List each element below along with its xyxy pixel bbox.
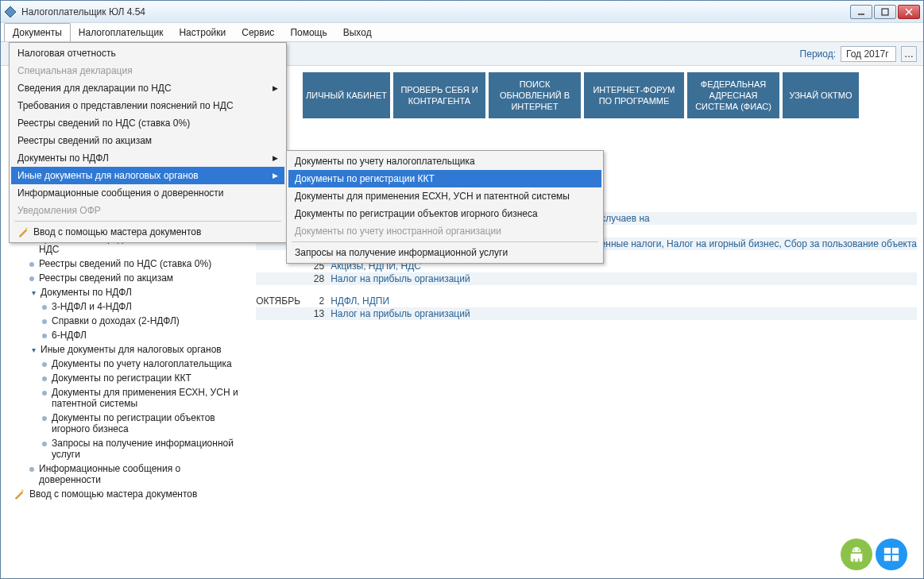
- dropdown-item-8[interactable]: Информационные сообщения о доверенности: [11, 184, 284, 202]
- calendar-row-6[interactable]: 13Налог на прибыль организаций: [256, 307, 917, 320]
- tree-item-14[interactable]: Информационные сообщения о доверенности: [7, 461, 240, 487]
- tree-label: 6-НДФЛ: [52, 330, 87, 341]
- dropdown-separator: [14, 221, 281, 222]
- submenu-arrow-icon: ▶: [273, 172, 278, 179]
- tree-label: Реестры сведений по НДС (ставка 0%): [39, 258, 211, 269]
- svg-point-8: [858, 550, 860, 551]
- svg-point-7: [853, 550, 855, 551]
- menu-taxpayer[interactable]: Налогоплательщик: [71, 23, 172, 41]
- menu-service[interactable]: Сервис: [234, 23, 282, 41]
- submenu-item-1[interactable]: Документы по регистрации ККТ: [288, 170, 601, 187]
- menu-exit[interactable]: Выход: [335, 23, 380, 41]
- bullet-icon: [29, 467, 34, 472]
- bullet-icon: [42, 362, 47, 367]
- dropdown-item-5[interactable]: Реестры сведений по акцизам: [11, 132, 284, 149]
- calendar-day: 2: [308, 295, 331, 307]
- tree-item-6[interactable]: Справки о доходах (2-НДФЛ): [7, 314, 240, 328]
- bullet-icon: [42, 442, 47, 446]
- tree-item-7[interactable]: 6-НДФЛ: [7, 328, 240, 342]
- dropdown-item-1: Специальная декларация: [11, 62, 284, 79]
- svg-marker-0: [5, 6, 16, 17]
- period-label: Период:: [800, 48, 836, 60]
- dropdown-item-6[interactable]: Документы по НДФЛ▶: [11, 149, 284, 167]
- tree-label: Иные документы для налоговых органов: [41, 344, 222, 355]
- footer-icons: [841, 538, 907, 570]
- svg-point-5: [21, 489, 24, 492]
- tree-item-10[interactable]: Документы по регистрации ККТ: [7, 371, 240, 385]
- menu-help[interactable]: Помощь: [282, 23, 334, 41]
- dropdown-item-9: Уведомления ОФР: [11, 202, 284, 219]
- calendar-day: 13: [308, 308, 331, 319]
- svg-rect-9: [884, 548, 891, 554]
- window-controls: [850, 5, 920, 19]
- calendar-text: Налог на прибыль организаций: [331, 308, 917, 319]
- wand-icon: [17, 226, 29, 237]
- tree-label: 3-НДФЛ и 4-НДФЛ: [52, 301, 132, 312]
- dropdown-item-4[interactable]: Реестры сведений по НДС (ставка 0%): [11, 114, 284, 132]
- tree-label: Справки о доходах (2-НДФЛ): [52, 315, 180, 326]
- bullet-icon: [29, 262, 34, 267]
- tree-item-9[interactable]: Документы по учету налогоплательщика: [7, 357, 240, 371]
- submenu-arrow-icon: ▶: [273, 84, 278, 92]
- app-window: Налогоплательщик ЮЛ 4.54 Документы Налог…: [0, 0, 924, 579]
- calendar-month: ОКТЯБРЬ: [256, 295, 308, 307]
- tree-label: Реестры сведений по акцизам: [39, 272, 173, 284]
- tree-item-8[interactable]: ▾Иные документы для налоговых органов: [7, 342, 240, 357]
- minimize-button[interactable]: [850, 5, 872, 19]
- submenu-item-3[interactable]: Документы по регистрации объектов игорно…: [288, 205, 601, 222]
- submenu-item-2[interactable]: Документы для применения ЕСХН, УСН и пат…: [288, 187, 601, 205]
- bullet-icon: [29, 276, 34, 281]
- calendar-row-4[interactable]: 28Налог на прибыль организаций: [256, 272, 917, 285]
- tree-item-4[interactable]: ▾Документы по НДФЛ: [7, 285, 240, 299]
- dropdown-item-3[interactable]: Требования о представлении пояснений по …: [11, 97, 284, 114]
- submenu-arrow-icon: ▶: [273, 154, 278, 162]
- documents-dropdown: Налоговая отчетностьСпециальная декларац…: [9, 42, 287, 243]
- expander-icon[interactable]: ▾: [29, 345, 37, 354]
- svg-point-6: [25, 227, 28, 230]
- tree-item-3[interactable]: Реестры сведений по акцизам: [7, 271, 240, 285]
- bullet-icon: [42, 319, 47, 324]
- maximize-button[interactable]: [874, 5, 896, 19]
- tree-label: Информационные сообщения о доверенности: [39, 463, 240, 485]
- close-button[interactable]: [898, 5, 920, 19]
- bullet-icon: [42, 334, 47, 338]
- svg-rect-11: [884, 555, 891, 561]
- titlebar: Налогоплательщик ЮЛ 4.54: [1, 1, 923, 23]
- menu-settings[interactable]: Настройки: [171, 23, 234, 41]
- tree-item-5[interactable]: 3-НДФЛ и 4-НДФЛ: [7, 299, 240, 314]
- windows-icon[interactable]: [876, 538, 907, 570]
- tree-item-12[interactable]: Документы по регистрации объектов игорно…: [7, 411, 240, 436]
- dropdown-item-2[interactable]: Сведения для декларации по НДС▶: [11, 79, 284, 97]
- app-icon: [4, 6, 17, 18]
- calendar-panel: ное, медицинское страхование, Страховани…: [240, 69, 917, 572]
- tree-item-13[interactable]: Запросы на получение информационной услу…: [7, 436, 240, 461]
- period-picker-button[interactable]: …: [901, 46, 917, 62]
- menubar: Документы Налогоплательщик Настройки Сер…: [1, 23, 923, 42]
- submenu-separator: [292, 241, 598, 242]
- period-value[interactable]: Год 2017г: [841, 46, 896, 62]
- tree-wizard[interactable]: Ввод с помощью мастера документов: [7, 487, 240, 501]
- dropdown-item-0[interactable]: Налоговая отчетность: [11, 44, 284, 62]
- dropdown-item-7[interactable]: Иные документы для налоговых органов▶: [11, 167, 284, 184]
- other-docs-submenu: Документы по учету налогоплательщикаДоку…: [286, 150, 604, 264]
- tree-label: Документы по регистрации ККТ: [52, 372, 191, 384]
- android-icon[interactable]: [841, 538, 872, 570]
- submenu-item-4: Документы по учету иностранной организац…: [288, 222, 601, 240]
- calendar-day: 28: [308, 273, 331, 284]
- bullet-icon: [42, 376, 47, 381]
- submenu-item-0[interactable]: Документы по учету налогоплательщика: [288, 152, 601, 170]
- bullet-icon: [42, 305, 47, 310]
- wand-icon: [14, 488, 25, 500]
- svg-rect-12: [892, 555, 899, 561]
- tree-label: Запросы на получение информационной услу…: [52, 438, 240, 460]
- tree-item-2[interactable]: Реестры сведений по НДС (ставка 0%): [7, 257, 240, 271]
- bullet-icon: [42, 391, 47, 396]
- submenu-item-6[interactable]: Запросы на получение информационной услу…: [288, 244, 601, 261]
- expander-icon[interactable]: ▾: [29, 288, 37, 297]
- tree-label: Документы по НДФЛ: [41, 287, 132, 298]
- dropdown-wizard[interactable]: Ввод с помощью мастера документов: [11, 223, 284, 241]
- svg-rect-10: [892, 548, 899, 554]
- calendar-row-5[interactable]: ОКТЯБРЬ2НДФЛ, НДПИ: [256, 295, 917, 307]
- menu-documents[interactable]: Документы: [4, 23, 71, 41]
- tree-item-11[interactable]: Документы для применения ЕСХН, УСН и пат…: [7, 385, 240, 411]
